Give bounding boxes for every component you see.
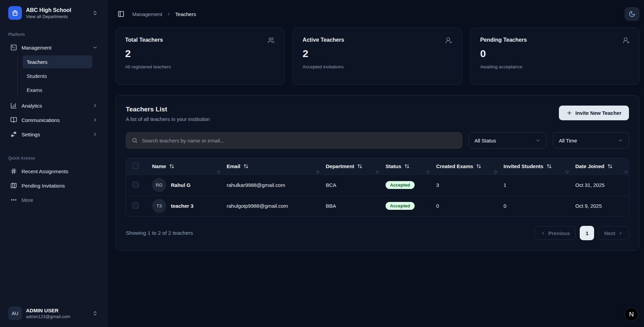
list-controls: All Status All Time (126, 132, 629, 149)
column-resize-handle[interactable] (376, 171, 379, 174)
previous-page-button[interactable]: Previous (535, 226, 576, 240)
column-header-date-joined[interactable]: Date Joined (570, 158, 629, 175)
department-cell: BCA (320, 175, 380, 195)
status-badge: Accepted (386, 202, 415, 210)
stat-value: 2 (303, 48, 452, 59)
email-cell: rahulgotp9988@gmail.com (221, 195, 320, 216)
sidebar-item-exams[interactable]: Exams (23, 83, 92, 96)
time-filter-select[interactable]: All Time (553, 132, 629, 149)
sidebar-item-settings[interactable]: Settings (7, 127, 100, 141)
teachers-table: Name Email Department (126, 158, 629, 217)
sidebar-item-more[interactable]: More (7, 193, 100, 207)
status-filter-select[interactable]: All Status (469, 132, 547, 149)
column-resize-handle[interactable] (625, 171, 628, 174)
breadcrumb-management-link[interactable]: Management (132, 11, 162, 17)
stat-title: Total Teachers (125, 37, 163, 43)
column-header-department[interactable]: Department (320, 158, 380, 175)
stat-card-active-teachers: Active Teachers 2 Accepted invitations (293, 28, 462, 85)
bar-chart-icon (10, 102, 17, 109)
sidebar-nav: Management Teachers Students Exams Analy… (7, 40, 100, 141)
nav-label: Settings (22, 132, 88, 137)
org-switcher[interactable]: ABC High School View all Departments (7, 4, 100, 22)
sidebar-item-students[interactable]: Students (23, 69, 92, 82)
nav-label: More (22, 197, 33, 203)
row-checkbox[interactable] (132, 202, 139, 209)
sort-icon (357, 164, 362, 169)
quick-access-nav: Recent Assignments Pending Invitations M… (7, 164, 100, 207)
next-page-button[interactable]: Next (598, 226, 629, 240)
org-text: ABC High School View all Departments (26, 7, 88, 19)
select-all-checkbox[interactable] (132, 163, 139, 169)
stat-card-total-teachers: Total Teachers 2 All registered teachers (115, 28, 284, 85)
chevron-right-icon (92, 103, 98, 108)
sidebar-toggle-button[interactable] (115, 8, 127, 20)
column-header-name[interactable]: Name (147, 158, 221, 175)
quick-access-section-label: Quick Access (8, 156, 99, 161)
search-box (126, 132, 462, 149)
panel-subtitle: A list of all teachers in your instituti… (126, 116, 210, 122)
stat-title: Pending Teachers (480, 37, 527, 43)
column-resize-handle[interactable] (494, 171, 497, 174)
date-joined-cell: Oct 9, 2025 (570, 195, 629, 216)
ellipsis-icon (10, 196, 17, 203)
theme-toggle-button[interactable] (625, 7, 640, 21)
sort-icon (243, 164, 249, 169)
chevron-right-icon (618, 231, 623, 236)
nav-label: Communications (22, 117, 88, 123)
teachers-list-panel: Teachers List A list of all teachers in … (115, 95, 640, 251)
chevron-left-icon (540, 231, 546, 236)
date-joined-cell: Oct 31, 2025 (570, 175, 629, 195)
chevron-down-icon (92, 45, 98, 50)
column-resize-handle[interactable] (217, 171, 220, 174)
page-number-button[interactable]: 1 (580, 226, 594, 240)
column-header-invited-students[interactable]: Invited Students (498, 158, 570, 175)
chevron-right-icon (92, 132, 98, 137)
status-filter-value: All Status (474, 138, 496, 144)
sidebar-item-recent-assignments[interactable]: Recent Assignments (7, 164, 100, 178)
column-header-email[interactable]: Email (221, 158, 320, 175)
time-filter-value: All Time (559, 138, 577, 144)
dev-tools-badge[interactable]: N (625, 308, 638, 321)
list-footer: Showing 1 to 2 of 2 teachers Previous 1 … (126, 226, 629, 240)
stat-caption: All registered teachers (125, 64, 274, 69)
search-input[interactable] (142, 138, 456, 144)
avatar: T3 (152, 199, 166, 213)
nav-label: Management (22, 45, 88, 51)
column-resize-handle[interactable] (566, 171, 569, 174)
square-terminal-icon (10, 44, 17, 51)
chevron-down-icon (535, 138, 541, 143)
invited-students-cell: 1 (498, 175, 570, 195)
sidebar-item-teachers[interactable]: Teachers (23, 55, 92, 68)
column-resize-handle[interactable] (316, 171, 319, 174)
sidebar-item-management[interactable]: Management (7, 40, 100, 55)
stat-value: 0 (480, 48, 630, 59)
invite-new-teacher-button[interactable]: Invite New Teacher (559, 106, 629, 120)
plus-icon (566, 110, 572, 116)
sort-icon (404, 164, 410, 169)
panel-title: Teachers List (126, 106, 210, 113)
sidebar-item-pending-invitations[interactable]: Pending Invitations (7, 178, 100, 193)
row-checkbox[interactable] (132, 181, 139, 188)
stat-value: 2 (125, 48, 274, 59)
nav-label: Analytics (22, 103, 88, 109)
teacher-row: T3 teacher 3 rahulgotp9988@gmail.com BBA… (126, 195, 629, 216)
chevron-down-icon (618, 138, 623, 143)
sort-icon (476, 164, 481, 169)
name-cell: RG Rahul G (147, 175, 221, 195)
user-plus-icon (623, 37, 630, 44)
chevrons-up-down-icon (92, 311, 98, 316)
user-check-icon (445, 37, 452, 44)
nav-label: Pending Invitations (22, 183, 65, 189)
management-submenu: Teachers Students Exams (17, 55, 92, 96)
user-menu[interactable]: AU ADMIN USER admin123@gmail.com (7, 304, 100, 322)
breadcrumb: Management Teachers (132, 11, 196, 17)
column-header-created-exams[interactable]: Created Exams (431, 158, 498, 175)
panel-heading: Teachers List A list of all teachers in … (126, 106, 210, 122)
avatar: RG (152, 178, 166, 192)
column-resize-handle[interactable] (427, 171, 430, 174)
sidebar-item-analytics[interactable]: Analytics (7, 98, 100, 113)
sidebar-item-communications[interactable]: Communications (7, 113, 100, 127)
column-header-status[interactable]: Status (380, 158, 431, 175)
teacher-row: RG Rahul G rahulkar9988@gmail.com BCA Ac… (126, 175, 629, 195)
email-cell: rahulkar9988@gmail.com (221, 175, 320, 195)
